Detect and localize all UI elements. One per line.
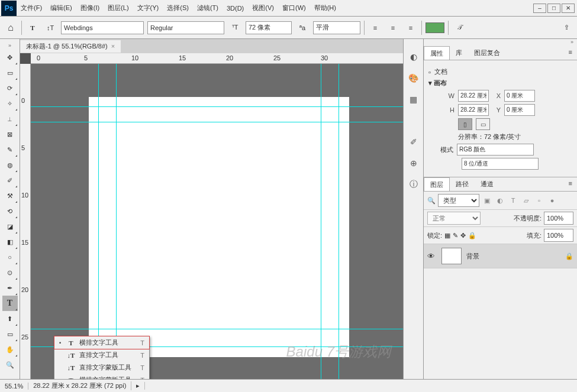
move-tool[interactable]: ✥ xyxy=(2,50,18,65)
menu-image[interactable]: 图像(I) xyxy=(76,4,104,12)
vertical-type-tool[interactable]: ↓T 直排文字工具T xyxy=(54,349,149,361)
window-max[interactable]: □ xyxy=(547,4,560,13)
menu-window[interactable]: 窗口(W) xyxy=(278,4,310,12)
window-close[interactable]: ✕ xyxy=(562,4,575,13)
dodge-tool[interactable]: ⊙ xyxy=(2,265,18,280)
menu-edit[interactable]: 编辑(E) xyxy=(46,4,76,12)
filter-adjust-icon[interactable]: ◐ xyxy=(495,195,505,206)
brush-panel-icon[interactable]: ✐ xyxy=(408,136,420,148)
vertical-type-mask-tool[interactable]: ↓T 直排文字蒙版工具T xyxy=(54,361,149,374)
filter-shape-icon[interactable]: ▱ xyxy=(521,195,531,206)
tab-channels[interactable]: 通道 xyxy=(475,177,499,191)
guide[interactable] xyxy=(116,64,117,379)
filter-pixel-icon[interactable]: ▣ xyxy=(482,195,492,206)
lock-pos-icon[interactable]: ✥ xyxy=(460,232,466,239)
menu-layer[interactable]: 图层(L) xyxy=(104,4,133,12)
color-mode-select[interactable] xyxy=(457,144,534,155)
tab-properties[interactable]: 属性 xyxy=(424,46,450,60)
horizontal-type-tool[interactable]: •T 横排文字工具T xyxy=(54,336,149,349)
menu-filter[interactable]: 滤镜(T) xyxy=(193,4,223,12)
wand-tool[interactable]: ✧ xyxy=(2,96,18,111)
font-size-select[interactable] xyxy=(246,21,292,34)
close-tab-icon[interactable]: × xyxy=(111,43,115,50)
filter-type-icon[interactable]: T xyxy=(508,195,518,206)
crop-tool[interactable]: ⟂ xyxy=(2,111,18,127)
expand-tools[interactable]: » xyxy=(8,43,11,50)
fill-input[interactable] xyxy=(544,229,573,242)
zoom-level[interactable]: 55.1% xyxy=(0,383,28,390)
height-input[interactable] xyxy=(458,104,489,116)
panel-menu-icon[interactable]: ≡ xyxy=(564,46,577,60)
align-center[interactable]: ≡ xyxy=(386,21,400,35)
menu-select[interactable]: 选择(S) xyxy=(163,4,193,12)
text-color-swatch[interactable] xyxy=(426,22,444,33)
frame-tool[interactable]: ⊠ xyxy=(2,127,18,142)
orientation-portrait[interactable]: ▯ xyxy=(458,118,472,130)
gradient-tool[interactable]: ◧ xyxy=(2,234,18,250)
guide[interactable] xyxy=(339,64,339,379)
lasso-tool[interactable]: ⟳ xyxy=(2,80,18,96)
ruler-vertical[interactable]: 0 5 10 15 20 25 xyxy=(20,64,31,379)
share-icon[interactable]: ⇪ xyxy=(559,21,573,35)
align-right[interactable]: ≡ xyxy=(404,21,418,35)
guide[interactable] xyxy=(321,64,321,379)
eraser-tool[interactable]: ◪ xyxy=(2,219,18,234)
bit-depth-select[interactable] xyxy=(462,158,539,170)
path-select-tool[interactable]: ⬆ xyxy=(2,311,18,326)
blur-tool[interactable]: ○ xyxy=(2,250,18,265)
eyedropper-tool[interactable]: ✎ xyxy=(2,142,18,157)
lock-all-icon[interactable]: 🔒 xyxy=(468,232,476,239)
ruler-horizontal[interactable]: 0 5 10 15 20 25 30 xyxy=(31,53,403,64)
layer-background[interactable]: 👁 背景 🔒 xyxy=(424,244,577,268)
swatches-panel-icon[interactable]: 🎨 xyxy=(408,72,420,84)
pen-tool[interactable]: ✒ xyxy=(2,280,18,296)
warp-text[interactable]: 𝒯 xyxy=(452,21,466,35)
type-tool[interactable]: T xyxy=(2,296,18,311)
home-button[interactable]: ⌂ xyxy=(4,21,18,35)
lock-trans-icon[interactable]: ▦ xyxy=(444,232,450,239)
horizontal-type-mask-tool[interactable]: T 横排文字蒙版工具T xyxy=(54,374,149,379)
opacity-input[interactable] xyxy=(544,212,573,225)
y-input[interactable] xyxy=(504,104,535,116)
tab-paths[interactable]: 路径 xyxy=(450,177,475,191)
layers-menu-icon[interactable]: ≡ xyxy=(564,177,577,191)
hand-tool[interactable]: ✋ xyxy=(2,342,18,357)
menu-help[interactable]: 帮助(H) xyxy=(310,4,340,12)
collapse-panels[interactable]: » xyxy=(424,39,577,46)
canvas[interactable] xyxy=(31,64,403,379)
tab-layers[interactable]: 图层 xyxy=(424,177,450,191)
tab-layercomps[interactable]: 图层复合 xyxy=(468,46,506,60)
type-tool-preset[interactable]: T xyxy=(25,21,40,35)
filter-smart-icon[interactable]: ▫ xyxy=(534,195,544,206)
x-input[interactable] xyxy=(504,90,535,102)
layer-filter-type[interactable]: 类型 xyxy=(438,194,479,207)
adjustments-panel-icon[interactable]: ⊕ xyxy=(408,157,420,169)
zoom-tool[interactable]: 🔍 xyxy=(2,357,18,372)
history-brush[interactable]: ⟲ xyxy=(2,203,18,219)
stamp-tool[interactable]: ⚒ xyxy=(2,188,18,203)
gradients-panel-icon[interactable]: ▦ xyxy=(408,93,420,105)
color-panel-icon[interactable]: ◐ xyxy=(408,51,420,63)
document-tab[interactable]: 未标题-1 @ 55.1%(RGB/8#) × xyxy=(20,40,121,53)
marquee-tool[interactable]: ▭ xyxy=(2,65,18,80)
window-min[interactable]: – xyxy=(533,4,546,13)
layer-thumbnail[interactable] xyxy=(441,248,462,264)
guide[interactable] xyxy=(31,106,403,107)
menu-3d[interactable]: 3D(D) xyxy=(223,5,248,12)
text-orientation[interactable]: ↕T xyxy=(43,21,57,35)
font-family-select[interactable] xyxy=(61,21,144,34)
healing-tool[interactable]: ◍ xyxy=(2,157,18,173)
menu-type[interactable]: 文字(Y) xyxy=(133,4,163,12)
guide[interactable] xyxy=(31,122,403,122)
width-input[interactable] xyxy=(458,90,489,102)
filter-toggle-icon[interactable]: ● xyxy=(547,195,557,206)
orientation-landscape[interactable]: ▭ xyxy=(476,118,490,130)
canvas-section[interactable]: ▾ 画布 xyxy=(428,79,572,88)
lock-paint-icon[interactable]: ✎ xyxy=(453,232,458,239)
layer-name[interactable]: 背景 xyxy=(466,252,479,261)
document-dimensions[interactable]: 28.22 厘米 x 28.22 厘米 (72 ppi) xyxy=(28,381,131,390)
brush-tool[interactable]: ✐ xyxy=(2,173,18,188)
status-more[interactable]: ▸ xyxy=(131,382,145,390)
guide[interactable] xyxy=(98,64,99,379)
shape-tool[interactable]: ▭ xyxy=(2,326,18,342)
